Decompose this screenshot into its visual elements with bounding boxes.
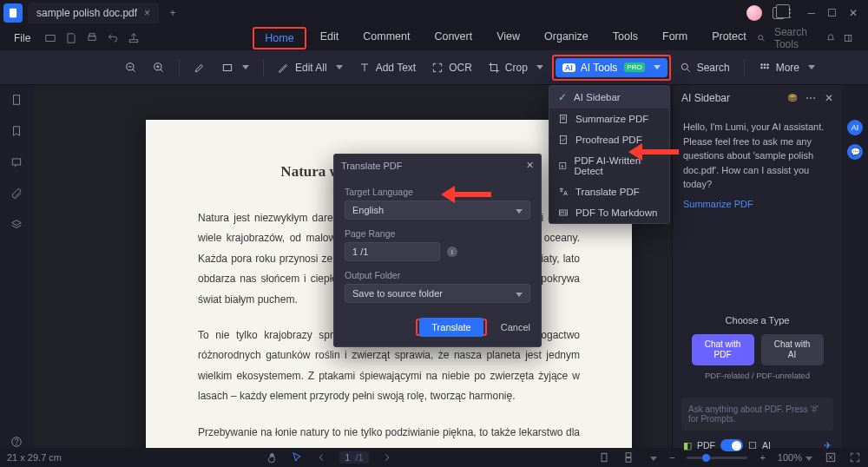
zoom-in-status[interactable]: +: [760, 452, 765, 463]
svg-rect-20: [14, 95, 20, 105]
close-sidebar-icon[interactable]: ✕: [825, 92, 833, 104]
help-icon[interactable]: [10, 436, 23, 448]
dialog-close-icon[interactable]: ✕: [526, 160, 534, 171]
zoom-level[interactable]: 100%: [778, 452, 812, 463]
single-page-icon[interactable]: [598, 451, 610, 464]
shape-tool-button[interactable]: [214, 58, 256, 77]
new-window-icon[interactable]: [773, 7, 785, 19]
bell-icon[interactable]: [826, 32, 835, 44]
info-icon[interactable]: i: [447, 247, 457, 257]
highlighter-button[interactable]: [187, 58, 213, 77]
ai-menu-markdown[interactable]: PDF To Markdown: [549, 202, 669, 223]
zoom-slider[interactable]: [687, 457, 747, 459]
edit-icon: [278, 62, 290, 74]
svg-point-14: [760, 63, 762, 65]
menu-organize[interactable]: Organize: [534, 27, 599, 49]
highlighter-icon: [194, 62, 206, 74]
document-tab[interactable]: sample polish doc.pdf ×: [28, 3, 159, 23]
ai-tools-button[interactable]: AI AI Tools PRO: [556, 58, 667, 77]
check-doc-icon: [558, 135, 569, 145]
zoom-in-button[interactable]: [146, 58, 172, 77]
undo-icon[interactable]: [107, 32, 119, 44]
menu-protect[interactable]: Protect: [701, 27, 757, 49]
ai-menu-detect[interactable]: APDF AI-Written Detect: [549, 150, 669, 181]
panel-toggle-icon[interactable]: [844, 32, 852, 44]
svg-rect-21: [12, 159, 20, 165]
select-tool-icon[interactable]: [291, 451, 303, 464]
menu-edit[interactable]: Edit: [310, 27, 350, 49]
save-icon[interactable]: [65, 32, 77, 44]
close-window-icon[interactable]: ✕: [849, 7, 858, 19]
more-button[interactable]: More: [752, 58, 822, 77]
menu-home[interactable]: Home: [253, 27, 306, 49]
ocr-button[interactable]: OCR: [424, 58, 479, 77]
fullscreen-icon[interactable]: [849, 451, 861, 464]
ai-menu-sidebar[interactable]: ✓AI Sidebar: [549, 86, 669, 109]
translate-button[interactable]: Translate: [419, 318, 483, 337]
ai-menu-translate[interactable]: Translate PDF: [549, 181, 669, 202]
maximize-icon[interactable]: ☐: [827, 7, 837, 19]
cart-icon[interactable]: ⛃: [788, 92, 797, 104]
user-avatar[interactable]: [746, 5, 762, 21]
app-logo-icon: [7, 7, 19, 19]
output-folder-label: Output Folder: [345, 270, 530, 280]
cancel-button[interactable]: Cancel: [501, 322, 530, 332]
continuous-page-icon[interactable]: [622, 451, 635, 464]
ai-prompt-input[interactable]: Ask anything about PDF. Press '#' for Pr…: [681, 398, 833, 431]
mode-toggle[interactable]: [720, 439, 743, 451]
next-page-icon[interactable]: [381, 451, 393, 464]
pdf-mode-label: PDF: [697, 440, 715, 451]
chat-with-pdf-button[interactable]: Chat with PDF: [692, 334, 754, 365]
svg-rect-1: [89, 36, 95, 41]
new-tab-button[interactable]: +: [164, 7, 181, 19]
ai-menu-proofread[interactable]: Proofread PDF: [549, 129, 669, 150]
open-icon[interactable]: [44, 32, 56, 44]
add-text-button[interactable]: Add Text: [352, 58, 423, 77]
chat-rail-icon[interactable]: 💬: [847, 144, 863, 160]
text-icon: [358, 62, 371, 74]
ai-menu-summarize[interactable]: Summarize PDF: [549, 109, 669, 129]
prev-page-icon[interactable]: [315, 451, 327, 464]
layers-icon[interactable]: [10, 219, 23, 231]
svg-rect-2: [89, 34, 95, 36]
edit-all-button[interactable]: Edit All: [271, 58, 350, 77]
bookmark-icon[interactable]: [10, 125, 23, 137]
page-size-label: 21 x 29.7 cm: [7, 452, 62, 463]
hand-tool-icon[interactable]: [266, 451, 279, 464]
close-tab-icon[interactable]: ×: [144, 7, 150, 19]
kebab-menu-icon[interactable]: ⋮: [785, 7, 795, 19]
search-icon[interactable]: [757, 32, 766, 44]
share-icon[interactable]: [128, 32, 140, 44]
svg-text:A: A: [562, 164, 564, 168]
page-range-input[interactable]: 1 /1: [345, 242, 440, 261]
menu-tools[interactable]: Tools: [602, 27, 648, 49]
menu-comment[interactable]: Comment: [352, 27, 420, 49]
summarize-pdf-link[interactable]: Summarize PDF: [683, 197, 753, 212]
send-icon[interactable]: ✈: [824, 440, 832, 451]
zoom-out-button[interactable]: [118, 58, 144, 77]
target-language-select[interactable]: English: [345, 201, 530, 220]
search-tools-placeholder[interactable]: Search Tools: [774, 26, 818, 50]
menu-convert[interactable]: Convert: [424, 27, 483, 49]
thumbnails-icon[interactable]: [10, 94, 23, 106]
chat-with-ai-button[interactable]: Chat with AI: [761, 334, 824, 365]
fit-page-icon[interactable]: [825, 451, 837, 464]
file-menu[interactable]: File: [5, 32, 39, 44]
search-button[interactable]: Search: [673, 58, 737, 77]
menu-view[interactable]: View: [486, 27, 530, 49]
ai-mode-label: AI: [762, 440, 771, 451]
ai-badge-icon: AI: [562, 63, 575, 72]
page-indicator[interactable]: 1 /1: [339, 451, 368, 464]
page-layout-dropdown[interactable]: [647, 452, 657, 463]
zoom-out-status[interactable]: −: [669, 452, 674, 463]
print-icon[interactable]: [86, 32, 98, 44]
menu-form[interactable]: Form: [652, 27, 698, 49]
crop-button[interactable]: Crop: [481, 58, 550, 77]
annotations-icon[interactable]: [10, 156, 23, 168]
attachments-icon[interactable]: [10, 187, 23, 200]
svg-rect-32: [626, 453, 631, 457]
ai-rail-icon[interactable]: AI: [847, 120, 863, 135]
minimize-icon[interactable]: ─: [807, 7, 815, 19]
more-icon[interactable]: ⋯: [806, 92, 816, 104]
output-folder-select[interactable]: Save to source folder: [345, 284, 530, 303]
